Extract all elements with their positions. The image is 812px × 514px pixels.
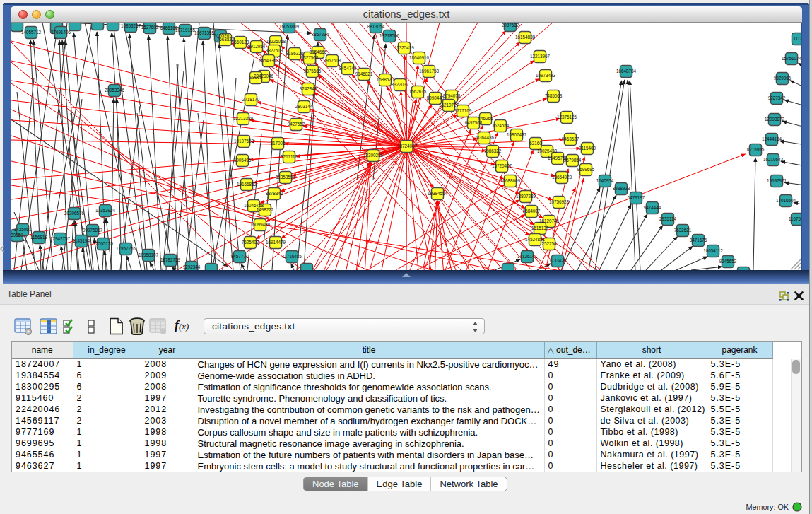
svg-text:20053346: 20053346 bbox=[105, 88, 125, 93]
svg-text:12942757: 12942757 bbox=[50, 236, 71, 241]
svg-text:9115460: 9115460 bbox=[579, 146, 596, 151]
svg-text:8990448: 8990448 bbox=[427, 95, 445, 100]
svg-text:15751074: 15751074 bbox=[782, 56, 801, 61]
svg-text:7632621: 7632621 bbox=[674, 228, 692, 233]
svg-text:12213967: 12213967 bbox=[530, 54, 551, 59]
svg-text:1156819: 1156819 bbox=[30, 235, 48, 240]
svg-text:1145194: 1145194 bbox=[73, 238, 90, 243]
svg-text:14055712: 14055712 bbox=[21, 30, 42, 35]
svg-text:1640954: 1640954 bbox=[596, 178, 614, 183]
svg-text:8938923: 8938923 bbox=[613, 186, 630, 191]
svg-text:20206576: 20206576 bbox=[64, 211, 85, 216]
svg-text:9327508: 9327508 bbox=[301, 55, 319, 60]
svg-text:9463627: 9463627 bbox=[562, 136, 579, 141]
svg-text:17957255: 17957255 bbox=[116, 246, 136, 251]
svg-text:8878342: 8878342 bbox=[266, 191, 283, 196]
svg-text:19166852: 19166852 bbox=[237, 182, 257, 187]
svg-text:16210643: 16210643 bbox=[763, 157, 784, 162]
svg-text:1112: 1112 bbox=[793, 36, 801, 41]
svg-text:9660123: 9660123 bbox=[232, 40, 249, 45]
svg-text:20364436: 20364436 bbox=[474, 135, 495, 140]
svg-text:2803144: 2803144 bbox=[295, 104, 313, 109]
svg-text:10958107: 10958107 bbox=[139, 252, 159, 257]
svg-text:7485063: 7485063 bbox=[545, 93, 563, 98]
svg-text:23226058: 23226058 bbox=[266, 39, 286, 44]
svg-text:9579854: 9579854 bbox=[564, 158, 582, 163]
svg-text:14136141: 14136141 bbox=[517, 254, 538, 259]
svg-text:16782759: 16782759 bbox=[160, 257, 181, 262]
svg-text:27691406: 27691406 bbox=[51, 30, 71, 35]
svg-text:99975867: 99975867 bbox=[83, 228, 103, 233]
svg-text:9777169: 9777169 bbox=[454, 108, 472, 113]
svg-text:11716485: 11716485 bbox=[282, 254, 302, 259]
svg-text:12093872: 12093872 bbox=[765, 117, 785, 122]
svg-text:9684007: 9684007 bbox=[523, 209, 541, 214]
svg-text:2935114: 2935114 bbox=[659, 216, 677, 221]
svg-text:8471676: 8471676 bbox=[690, 238, 707, 243]
svg-text:11325419: 11325419 bbox=[394, 45, 414, 50]
svg-text:17016504: 17016504 bbox=[776, 198, 796, 203]
svg-text:8154666: 8154666 bbox=[310, 49, 327, 54]
svg-text:62160: 62160 bbox=[529, 141, 542, 146]
svg-text:6479197: 6479197 bbox=[628, 195, 645, 200]
svg-text:1435061: 1435061 bbox=[14, 227, 32, 232]
svg-text:15692971: 15692971 bbox=[767, 178, 787, 183]
svg-text:12213389: 12213389 bbox=[233, 116, 254, 121]
svg-text:11353594: 11353594 bbox=[276, 175, 295, 180]
svg-text:12444154: 12444154 bbox=[762, 136, 782, 141]
svg-text:1498222: 1498222 bbox=[257, 207, 274, 212]
svg-text:8912954: 8912954 bbox=[248, 44, 266, 49]
svg-text:10025438: 10025438 bbox=[537, 148, 558, 153]
svg-text:8454749: 8454749 bbox=[339, 66, 357, 71]
svg-text:10807487: 10807487 bbox=[507, 132, 527, 137]
svg-text:16961758: 16961758 bbox=[419, 69, 440, 74]
svg-text:10853267: 10853267 bbox=[121, 23, 141, 28]
svg-text:9457771: 9457771 bbox=[231, 254, 249, 259]
svg-text:8215955: 8215955 bbox=[747, 147, 765, 152]
svg-text:17353924: 17353924 bbox=[95, 208, 116, 213]
svg-text:10756928: 10756928 bbox=[549, 199, 570, 204]
svg-text:16053809: 16053809 bbox=[279, 24, 300, 29]
svg-text:9474444: 9474444 bbox=[644, 205, 661, 210]
svg-text:1733426: 1733426 bbox=[549, 258, 567, 263]
svg-text:16543362: 16543362 bbox=[259, 58, 279, 63]
svg-text:1292344: 1292344 bbox=[183, 264, 201, 269]
svg-text:12505135: 12505135 bbox=[93, 241, 114, 246]
svg-text:9427552: 9427552 bbox=[288, 122, 305, 127]
svg-text:10719155: 10719155 bbox=[175, 28, 196, 33]
svg-text:7857234: 7857234 bbox=[312, 32, 329, 37]
svg-text:39159: 39159 bbox=[11, 233, 23, 238]
svg-text:1615132: 1615132 bbox=[531, 226, 549, 230]
svg-text:2087682: 2087682 bbox=[502, 23, 519, 28]
svg-text:16154838: 16154838 bbox=[515, 35, 536, 40]
svg-text:8813054: 8813054 bbox=[367, 24, 385, 29]
svg-text:7986322: 7986322 bbox=[484, 148, 502, 153]
svg-text:2967608: 2967608 bbox=[324, 58, 341, 63]
svg-text:19384554: 19384554 bbox=[428, 191, 448, 196]
svg-text:18807289: 18807289 bbox=[516, 194, 536, 199]
svg-text:10107553: 10107553 bbox=[234, 139, 254, 144]
svg-text:317006: 317006 bbox=[270, 141, 286, 146]
svg-text:9242848: 9242848 bbox=[300, 86, 317, 91]
svg-text:9699695: 9699695 bbox=[577, 167, 595, 172]
svg-text:3267110: 3267110 bbox=[281, 154, 298, 159]
svg-text:10688609: 10688609 bbox=[500, 178, 521, 183]
svg-text:1562615: 1562615 bbox=[409, 89, 427, 94]
svg-text:18640910: 18640910 bbox=[409, 55, 430, 60]
svg-text:252254: 252254 bbox=[541, 241, 557, 246]
svg-text:1527602: 1527602 bbox=[141, 25, 159, 30]
svg-text:9794078: 9794078 bbox=[443, 93, 461, 98]
svg-text:98901: 98901 bbox=[249, 75, 262, 80]
svg-text:9875665: 9875665 bbox=[304, 69, 322, 74]
svg-text:7625402: 7625402 bbox=[242, 240, 259, 245]
svg-text:16914479: 16914479 bbox=[266, 240, 286, 245]
svg-text:19218506: 19218506 bbox=[379, 33, 400, 38]
svg-text:12375125: 12375125 bbox=[557, 115, 577, 119]
svg-text:10973493: 10973493 bbox=[536, 73, 556, 78]
svg-text:6497568: 6497568 bbox=[465, 120, 483, 125]
svg-text:13654923: 13654923 bbox=[552, 175, 572, 180]
svg-text:1588520: 1588520 bbox=[377, 77, 394, 82]
svg-text:9329966: 9329966 bbox=[774, 76, 792, 81]
svg-text:1905495: 1905495 bbox=[234, 158, 252, 163]
svg-text:9227342: 9227342 bbox=[768, 95, 786, 100]
